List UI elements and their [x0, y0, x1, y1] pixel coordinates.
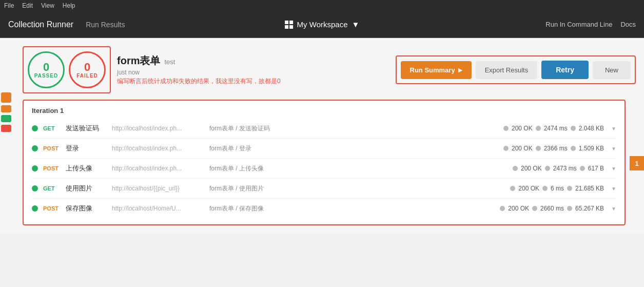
side-icon-orange-top [1, 92, 11, 103]
status-indicator [503, 126, 509, 131]
action-buttons: Run Summary ▶ Export Results Retry New [396, 55, 636, 84]
menu-view[interactable]: View [41, 2, 54, 9]
request-name: 登录 [66, 144, 107, 153]
method-label: POST [43, 165, 61, 171]
status-indicator [500, 206, 505, 211]
table-row[interactable]: POST 上传头像 http://localhost/index.ph... f… [32, 159, 616, 179]
request-name: 上传头像 [66, 164, 107, 173]
method-label: GET [43, 125, 61, 131]
response-status: 200 OK [512, 145, 533, 152]
response-status: 200 OK [512, 125, 533, 132]
request-url: http://localhost/index.ph... [112, 145, 204, 152]
passed-label: PASSED [34, 73, 58, 79]
size-indicator [567, 186, 572, 191]
request-path: form表单 / 发送验证码 [209, 124, 498, 133]
status-indicator [513, 166, 518, 171]
time-indicator [542, 186, 548, 191]
nav-right: Run In Command Line Docs [545, 21, 636, 28]
response-size: 1.509 KB [579, 145, 604, 152]
response-time: 2473 ms [553, 165, 577, 172]
run-info: form表单 test just now 编写断言后统计成功和失败的结果，我这里… [117, 54, 281, 86]
new-button[interactable]: New [593, 61, 631, 79]
header-row: 0 PASSED 0 FAILED form表单 test just now 编… [23, 46, 636, 93]
response-size: 2.048 KB [579, 125, 604, 132]
request-name: 使用图片 [66, 184, 107, 193]
request-url: http://localhost/Home/U... [112, 205, 204, 212]
row-chevron-icon[interactable]: ▼ [611, 166, 616, 171]
response-info: 200 OK 6 ms 21.685 KB [510, 185, 604, 192]
side-icon-orange-mid [1, 105, 11, 112]
results-container: Iteration 1 GET 发送验证码 http://localhost/i… [23, 100, 626, 225]
size-indicator [567, 206, 572, 211]
table-row[interactable]: POST 登录 http://localhost/index.ph... for… [32, 139, 616, 159]
nav-collection-runner[interactable]: Collection Runner [8, 20, 73, 29]
run-summary-arrow-icon: ▶ [458, 67, 462, 73]
size-indicator [571, 146, 576, 151]
passed-badge: 0 PASSED [28, 51, 65, 88]
table-row[interactable]: GET 使用图片 http://localhost/{{pic_url}} fo… [32, 179, 616, 199]
response-info: 200 OK 2474 ms 2.048 KB [503, 125, 604, 132]
time-indicator [545, 166, 550, 171]
response-status: 200 OK [518, 185, 539, 192]
nav-workspace[interactable]: My Workspace ▼ [285, 20, 360, 29]
response-time: 2474 ms [544, 125, 568, 132]
response-info: 200 OK 2660 ms 65.267 KB [500, 205, 604, 212]
time-indicator [532, 206, 537, 211]
status-dot [32, 205, 38, 212]
request-url: http://localhost/index.ph... [112, 165, 204, 172]
request-path: form表单 / 上传头像 [209, 164, 508, 173]
status-dot [32, 125, 38, 131]
response-time: 2366 ms [544, 145, 568, 152]
response-status: 200 OK [508, 205, 529, 212]
method-label: GET [43, 185, 61, 192]
status-indicator [503, 146, 509, 151]
menu-edit[interactable]: Edit [22, 2, 33, 9]
status-dot [32, 145, 38, 151]
status-dot [32, 185, 38, 192]
menu-file[interactable]: File [4, 2, 14, 9]
workspace-name: My Workspace [297, 20, 348, 29]
badges-container: 0 PASSED 0 FAILED [23, 46, 111, 93]
nav-bar: Collection Runner Run Results My Workspa… [0, 11, 644, 38]
run-summary-label: Run Summary [410, 66, 455, 74]
response-size: 21.685 KB [575, 185, 604, 192]
request-path: form表单 / 保存图像 [209, 204, 495, 213]
time-indicator [536, 126, 541, 131]
menu-help[interactable]: Help [63, 2, 75, 9]
workspace-icon [285, 21, 293, 29]
run-note: 编写断言后统计成功和失败的结果，我这里没有写，故都是0 [117, 77, 281, 86]
response-size: 617 B [588, 165, 604, 172]
run-command-line-button[interactable]: Run In Command Line [545, 21, 612, 28]
export-results-button[interactable]: Export Results [476, 61, 538, 79]
response-status: 200 OK [521, 165, 542, 172]
status-dot [32, 165, 38, 171]
request-name: 发送验证码 [66, 124, 107, 133]
request-url: http://localhost/index.ph... [112, 125, 204, 132]
docs-button[interactable]: Docs [620, 21, 636, 28]
row-chevron-icon[interactable]: ▼ [611, 186, 616, 192]
nav-run-results[interactable]: Run Results [86, 21, 125, 29]
size-indicator [571, 126, 576, 131]
status-indicator [510, 186, 515, 191]
results-rows: GET 发送验证码 http://localhost/index.ph... f… [32, 119, 616, 218]
table-row[interactable]: POST 保存图像 http://localhost/Home/U... for… [32, 199, 616, 218]
row-chevron-icon[interactable]: ▼ [611, 146, 616, 151]
row-chevron-icon[interactable]: ▼ [611, 126, 616, 131]
request-path: form表单 / 登录 [209, 144, 498, 153]
time-indicator [536, 146, 541, 151]
iteration-label: Iteration 1 [32, 107, 616, 114]
failed-count: 0 [84, 62, 90, 73]
request-path: form表单 / 使用图片 [209, 184, 505, 193]
row-chevron-icon[interactable]: ▼ [611, 206, 616, 212]
request-url: http://localhost/{{pic_url}} [112, 185, 204, 192]
main-content: 0 PASSED 0 FAILED form表单 test just now 编… [0, 38, 644, 234]
run-summary-button[interactable]: Run Summary ▶ [401, 61, 472, 79]
table-row[interactable]: GET 发送验证码 http://localhost/index.ph... f… [32, 119, 616, 139]
failed-label: FAILED [76, 73, 98, 79]
workspace-dropdown-icon[interactable]: ▼ [352, 20, 360, 29]
retry-button[interactable]: Retry [541, 61, 589, 79]
response-time: 2660 ms [540, 205, 564, 212]
response-size: 65.267 KB [575, 205, 604, 212]
menu-bar: File Edit View Help [0, 0, 644, 11]
page-number: 1 [630, 156, 644, 170]
